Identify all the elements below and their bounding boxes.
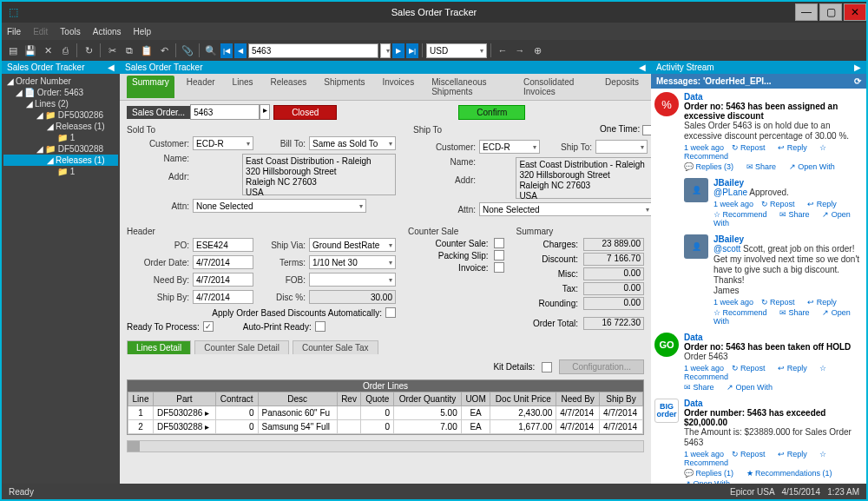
reply-link[interactable]: ↩ Reply [778,364,812,372]
menu-help[interactable]: Help [134,27,152,36]
cs-checkbox[interactable] [494,238,504,248]
tree-line-2-releases[interactable]: ◢Releases (1) [3,155,118,166]
cut-icon[interactable]: ✂ [104,43,120,58]
undo-icon[interactable]: ↶ [156,43,172,58]
refresh-activity-icon[interactable]: ⟳ [854,76,861,86]
tree-root[interactable]: ◢Order Number [3,76,118,87]
col-shipby[interactable]: Ship By [600,392,643,406]
tab-shipments[interactable]: Shipments [319,76,370,98]
col-contract[interactable]: Contract [215,392,258,406]
col-rev[interactable]: Rev [337,392,361,406]
shipvia-dropdown[interactable]: Ground BestRate [309,238,396,252]
share-link[interactable]: ✉ Share [746,162,782,171]
repost-link[interactable]: ↻ Repost [761,200,800,208]
binoculars-icon[interactable]: 🔍 [203,43,219,58]
copy-icon[interactable]: ⧉ [122,43,137,58]
col-qty[interactable]: Order Quantity [394,392,462,406]
tab-consolidated[interactable]: Consolidated Invoices [518,76,593,98]
tree-collapse-icon[interactable]: ◀ [108,63,115,72]
tab-misc[interactable]: Miscellaneous Shipments [426,76,511,98]
tree-lines[interactable]: ◢Lines (2) [3,98,118,109]
col-needby[interactable]: Need By [556,392,600,406]
recommend-link[interactable]: ☆ Recommend [713,210,773,219]
r2-mention[interactable]: @scott [713,244,740,254]
menu-file[interactable]: File [7,27,21,36]
repost-link[interactable]: ↻ Repost [732,450,771,458]
shipby-input[interactable] [193,290,253,304]
share-link[interactable]: ✉ Share [684,383,720,392]
tab-invoices[interactable]: Invoices [377,76,419,98]
terms-dropdown[interactable]: 1/10 Net 30 [309,255,396,269]
maximize-button[interactable]: ▢ [819,3,842,21]
col-desc[interactable]: Desc [258,392,337,406]
tree-line-1-rel-1[interactable]: 📁 1 [3,132,118,143]
nav-prev[interactable]: ◀ [234,43,247,58]
share-link[interactable]: ✉ Share [779,308,815,317]
col-line[interactable]: Line [128,392,154,406]
subtab-cs-detail[interactable]: Counter Sale Detail [194,340,289,354]
col-quote[interactable]: Quote [361,392,394,406]
table-row[interactable]: 1DF5030286 ▸0Panasonic 60" Fu05.00EA2,43… [128,406,643,420]
nav-back-icon[interactable]: ← [495,43,510,58]
orderdate-input[interactable] [193,255,253,269]
billto-dropdown[interactable]: Same as Sold To [309,136,396,150]
po-input[interactable] [193,238,253,252]
col-part[interactable]: Part [154,392,216,406]
close-button[interactable]: ✕ [844,3,866,21]
nav-value-input[interactable] [248,43,378,58]
nav-fwd-icon[interactable]: → [512,43,528,58]
center-collapse-icon[interactable]: ◀ [639,63,646,72]
fob-dropdown[interactable] [309,273,396,287]
tab-summary[interactable]: Summary [127,76,174,98]
menu-tools[interactable]: Tools [60,27,80,36]
recs-link[interactable]: ★ Recommendations (1) [746,469,838,478]
repost-link[interactable]: ↻ Repost [732,364,771,372]
reply-link[interactable]: ↩ Reply [778,143,812,152]
confirm-button[interactable]: Confirm [458,105,525,120]
nav-next[interactable]: ▶ [392,43,404,58]
tab-releases[interactable]: Releases [266,76,312,98]
activity-collapse-icon[interactable]: ▶ [854,63,861,72]
r1-mention[interactable]: @PLane [713,188,747,197]
recommend-link[interactable]: ☆ Recommend [713,308,773,317]
tab-deposits[interactable]: Deposits [600,76,644,98]
tab-lines[interactable]: Lines [227,76,259,98]
sales-order-arrow-icon[interactable]: ▸ [260,104,270,120]
customer-dropdown[interactable]: ECD-R [193,136,253,150]
reply-link[interactable]: ↩ Reply [807,298,842,307]
nav-dropdown[interactable] [380,43,391,58]
replies-link[interactable]: 💬 Replies (1) [684,469,739,478]
applydisc-checkbox[interactable] [385,307,396,318]
horizontal-scrollbar[interactable] [127,440,644,452]
reply-link[interactable]: ↩ Reply [778,450,812,458]
ps-checkbox[interactable] [494,250,504,260]
attach-icon[interactable]: 📎 [180,43,195,58]
shipto-attn-dropdown[interactable]: None Selected [479,202,651,216]
minimize-button[interactable]: — [795,3,818,21]
tab-header[interactable]: Header [181,76,220,98]
ship-customer-dropdown[interactable]: ECD-R [479,140,540,154]
table-row[interactable]: 2DF5030288 ▸0Samsung 54" Full07.00EA1,67… [128,420,643,434]
subtab-cs-tax[interactable]: Counter Sale Tax [293,340,378,354]
needby-input[interactable] [193,273,253,287]
new-icon[interactable]: ▤ [5,43,21,58]
onetime-checkbox[interactable] [642,125,651,135]
kit-checkbox[interactable] [542,362,552,372]
print-icon[interactable]: ⎙ [57,43,73,58]
shipto-dropdown[interactable] [595,140,648,154]
nav-collapse-icon[interactable]: ⊕ [529,43,545,58]
tree-line-2[interactable]: ◢📁 DF5030288 [3,143,118,155]
paste-icon[interactable]: 📋 [139,43,155,58]
tree-line-1-releases[interactable]: ◢Releases (1) [3,121,118,132]
repost-link[interactable]: ↻ Repost [732,143,771,152]
delete-icon[interactable]: ✕ [40,43,56,58]
refresh-icon[interactable]: ↻ [81,43,96,58]
nav-first[interactable]: |◀ [220,43,233,58]
tree-order[interactable]: ◢📄 Order: 5463 [3,87,118,98]
openwith-link[interactable]: ↗ Open With [789,162,840,171]
replies-link[interactable]: 💬 Replies (3) [684,162,739,171]
nav-last[interactable]: ▶| [406,43,418,58]
tree-line-1[interactable]: ◢📁 DF5030286 [3,109,118,121]
subtab-lines-detail[interactable]: Lines Detail [127,340,191,354]
sales-order-input[interactable] [190,104,260,120]
